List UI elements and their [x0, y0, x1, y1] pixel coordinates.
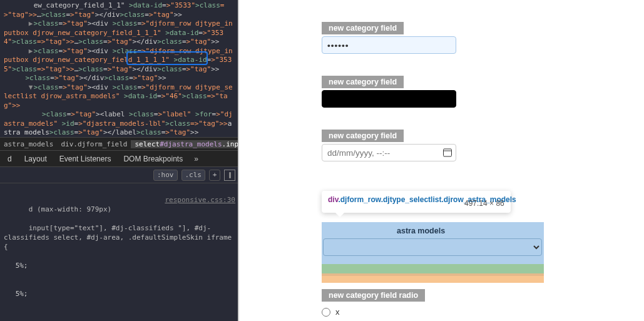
- field-label: new category field radio: [322, 289, 425, 302]
- styles-tabs: d Layout Event Listeners DOM Breakpoints…: [0, 151, 239, 167]
- styles-pane[interactable]: responsive.css:30 d (max-width: 979px) i…: [0, 183, 239, 321]
- tab-event-listeners[interactable]: Event Listeners: [53, 151, 118, 167]
- field-label: new category field: [322, 22, 404, 34]
- astra-models-select[interactable]: [323, 238, 542, 256]
- field-label: new category field: [322, 130, 404, 142]
- field-label: new category field: [322, 76, 404, 88]
- breadcrumb[interactable]: astra_models div.djform_field select#dja…: [0, 137, 239, 151]
- radio-group: x: [322, 307, 544, 317]
- css-selector: input[type="text"], #dj-classifieds "], …: [4, 224, 236, 251]
- elements-dom-tree[interactable]: ew_category_field_1_1" >data-id=>"3533">…: [0, 0, 239, 137]
- inspect-highlight-margin: [322, 273, 544, 283]
- tab-styles[interactable]: d: [1, 151, 18, 167]
- computed-toggle-icon[interactable]: [224, 170, 235, 181]
- dom-node[interactable]: ▶>class=>"tag"><div >class=>"djform_row …: [0, 47, 239, 74]
- breadcrumb-item[interactable]: astra_models: [0, 140, 57, 148]
- styles-filter-row: :hov .cls +: [0, 167, 239, 183]
- field-label: astra models: [397, 227, 445, 235]
- tabs-overflow-icon[interactable]: »: [189, 155, 203, 163]
- css-declaration[interactable]: 5%;: [4, 289, 235, 298]
- password-input[interactable]: [322, 36, 456, 54]
- dom-node[interactable]: ▼>class=>"tag"><div >class=>"djform_row …: [0, 83, 239, 111]
- tooltip-dimensions: 497.14 × 86: [464, 195, 504, 208]
- rendered-page: new category field new category field ne…: [239, 0, 644, 321]
- form-row-text: new category field: [322, 76, 627, 108]
- datetime-input[interactable]: [322, 144, 456, 161]
- new-style-rule-button[interactable]: +: [209, 170, 220, 181]
- tab-layout[interactable]: Layout: [18, 151, 53, 167]
- radio-option-label: x: [335, 307, 340, 317]
- hov-toggle[interactable]: :hov: [153, 170, 178, 181]
- cls-toggle[interactable]: .cls: [181, 170, 206, 181]
- breadcrumb-item[interactable]: div.djform_field: [57, 140, 131, 148]
- calendar-icon[interactable]: [443, 149, 452, 157]
- devtools-panel: ew_category_field_1_1" >data-id=>"3533">…: [0, 0, 239, 321]
- inspect-tooltip: div.djform_row.djtype_selectlist.djrow_a…: [322, 191, 511, 213]
- css-declaration[interactable]: 5%;: [4, 261, 235, 270]
- media-query: d (max-width: 979px): [29, 205, 111, 213]
- form-row-password: new category field: [322, 22, 627, 54]
- tooltip-selector: div.djform_row.djtype_selectlist.djrow_a…: [328, 195, 453, 205]
- inspect-highlight-padding: [322, 264, 544, 273]
- dom-node[interactable]: ▶>class=>"tag"><div >class=>"djform_row …: [0, 19, 239, 47]
- form-row-datetime: new category field: [322, 130, 627, 161]
- breadcrumb-item[interactable]: select#djastra_models.inputbox: [131, 140, 239, 148]
- form-area: new category field new category field ne…: [322, 0, 627, 161]
- radio-option-x[interactable]: [322, 308, 330, 317]
- dom-node[interactable]: >class=>"tag"><label >class=>"label" >fo…: [0, 110, 239, 137]
- text-input[interactable]: [322, 90, 456, 108]
- dom-node[interactable]: ew_category_field_1_1" >data-id=>"3533">…: [0, 1, 239, 19]
- tab-dom-breakpoints[interactable]: DOM Breakpoints: [117, 151, 189, 167]
- dom-node[interactable]: >class=>"tag"></div>class=>"tag">>: [0, 74, 239, 83]
- style-source-link[interactable]: responsive.css:30: [165, 195, 235, 205]
